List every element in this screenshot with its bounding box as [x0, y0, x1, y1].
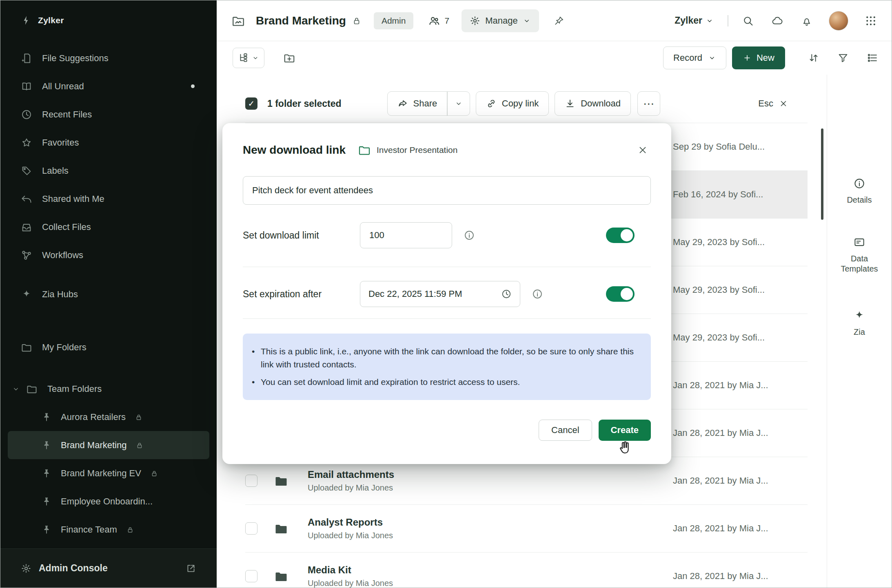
info-icon[interactable]: [464, 230, 475, 241]
rail-item-zia[interactable]: Zia: [827, 309, 892, 337]
share-label: Share: [413, 98, 437, 109]
zia-sparkle-icon: [853, 309, 865, 322]
avatar[interactable]: [829, 11, 848, 31]
table-row[interactable]: Email attachmentsUploaded by Mia Jones J…: [245, 457, 808, 505]
chevron-down-icon[interactable]: [12, 385, 20, 393]
dismiss-selection[interactable]: Esc: [758, 98, 788, 109]
row-checkbox[interactable]: [245, 475, 257, 487]
app-grid-icon[interactable]: [865, 15, 877, 27]
sidebar-item-recent-files[interactable]: Recent Files: [0, 100, 217, 128]
manage-label: Manage: [485, 15, 518, 26]
pushpin-icon[interactable]: [554, 15, 564, 26]
rail-label: Data Templates: [835, 254, 884, 274]
esc-label: Esc: [758, 98, 773, 109]
table-row[interactable]: Analyst ReportsUploaded by Mia Jones Jan…: [245, 505, 808, 553]
gear-icon: [470, 15, 480, 26]
external-link-icon[interactable]: [186, 563, 196, 574]
lock-icon: [135, 441, 144, 449]
sidebar-item-collect-files[interactable]: Collect Files: [0, 213, 217, 241]
rail-item-data-templates[interactable]: Data Templates: [827, 236, 892, 274]
expiration-row: Set expiration after Dec 22, 2025 11:59 …: [243, 281, 651, 307]
team-folder-label: Finance Team: [61, 524, 117, 535]
sidebar-item-all-unread[interactable]: All Unread: [0, 72, 217, 100]
toggle-knob: [621, 229, 633, 241]
sidebar: Zylker File Suggestions All Unread Recen…: [0, 0, 217, 588]
download-button[interactable]: Download: [555, 91, 631, 116]
record-button[interactable]: Record: [663, 46, 726, 69]
cloud-sync-icon[interactable]: [772, 15, 783, 27]
row-checkbox[interactable]: [245, 522, 257, 535]
sidebar-item-labels[interactable]: Labels: [0, 157, 217, 185]
dialog-title: New download link: [243, 144, 346, 157]
expiration-toggle[interactable]: [606, 286, 635, 302]
sidebar-item-label: All Unread: [42, 81, 84, 92]
shared-icon: [21, 193, 32, 205]
table-row[interactable]: Media KitUploaded by Mia Jones Jan 28, 2…: [245, 553, 808, 588]
team-folder-brand-marketing-ev[interactable]: Brand Marketing EV: [8, 459, 209, 487]
bell-icon[interactable]: [801, 15, 812, 27]
members-count-value: 7: [444, 16, 449, 26]
view-tree-button[interactable]: [233, 48, 264, 68]
new-folder-icon[interactable]: [283, 52, 295, 64]
rail-item-details[interactable]: Details: [827, 177, 892, 205]
cancel-button[interactable]: Cancel: [539, 420, 592, 441]
sidebar-item-label: Favorites: [42, 137, 79, 148]
sidebar-item-label: Shared with Me: [42, 194, 104, 204]
close-dialog-button[interactable]: [635, 142, 651, 158]
file-modified: May 29, 2023 by Sofi...: [673, 285, 808, 295]
download-limit-toggle[interactable]: [606, 228, 635, 243]
download-limit-label: Set download limit: [243, 230, 360, 241]
members-count[interactable]: 7: [428, 15, 449, 27]
filter-icon[interactable]: [837, 52, 849, 64]
link-name-input[interactable]: [243, 176, 651, 205]
sidebar-item-workflows[interactable]: Workflows: [0, 241, 217, 269]
right-rail: Details Data Templates Zia: [827, 75, 892, 588]
folder-icon: [274, 569, 288, 584]
sidebar-item-file-suggestions[interactable]: File Suggestions: [0, 44, 217, 72]
folder-icon: [274, 521, 288, 536]
search-icon[interactable]: [742, 15, 754, 27]
share-button[interactable]: Share: [388, 92, 447, 115]
workspace-folder-icon[interactable]: [231, 14, 245, 28]
file-modified: Jan 28, 2021 by Mia J...: [673, 475, 808, 486]
dialog-divider: [243, 267, 651, 267]
expiration-date-input[interactable]: Dec 22, 2025 11:59 PM: [360, 281, 520, 307]
sidebar-item-zia-hubs[interactable]: Zia Hubs: [0, 280, 217, 308]
more-actions-button[interactable]: ⋯: [637, 91, 660, 116]
admin-console-bar[interactable]: Admin Console: [0, 548, 217, 588]
team-folder-aurora-retailers[interactable]: Aurora Retailers: [8, 403, 209, 431]
collect-tray-icon: [21, 221, 32, 233]
note-item: This is a public link, i.e., anyone with…: [249, 345, 642, 371]
master-checkbox[interactable]: ✓: [245, 97, 257, 110]
sort-icon[interactable]: [808, 52, 819, 64]
copy-link-button[interactable]: Copy link: [476, 91, 549, 116]
team-folder-employee-onboarding[interactable]: Employee Onboardin...: [8, 487, 209, 515]
sidebar-item-team-folders[interactable]: Team Folders: [0, 375, 217, 403]
file-modified: May 29, 2023 by Sofi...: [673, 237, 808, 248]
pin-icon: [41, 524, 52, 535]
dialog-divider: [243, 318, 651, 319]
lock-icon: [135, 413, 143, 421]
new-button[interactable]: New: [732, 46, 785, 69]
manage-button[interactable]: Manage: [462, 9, 539, 32]
scrollbar-thumb[interactable]: [821, 128, 823, 220]
download-limit-input[interactable]: [360, 222, 452, 248]
tree-view-icon: [238, 53, 249, 63]
copy-link-label: Copy link: [502, 98, 539, 109]
close-icon: [637, 145, 648, 155]
row-checkbox[interactable]: [245, 570, 257, 582]
team-folder-brand-marketing[interactable]: Brand Marketing: [8, 431, 209, 459]
sidebar-item-favorites[interactable]: Favorites: [0, 128, 217, 157]
create-button[interactable]: Create: [599, 420, 651, 441]
team-folder-finance-team[interactable]: Finance Team: [8, 515, 209, 544]
lock-icon: [150, 469, 158, 477]
close-icon[interactable]: [779, 99, 788, 108]
sidebar-item-shared-with-me[interactable]: Shared with Me: [0, 185, 217, 213]
rail-label: Zia: [835, 327, 884, 337]
info-icon[interactable]: [532, 288, 543, 300]
file-name: Media Kit: [308, 564, 393, 576]
list-view-icon[interactable]: [867, 52, 878, 64]
account-switcher[interactable]: Zylker: [675, 15, 714, 26]
sidebar-item-my-folders[interactable]: My Folders: [0, 333, 217, 361]
share-dropdown-button[interactable]: [448, 92, 470, 115]
